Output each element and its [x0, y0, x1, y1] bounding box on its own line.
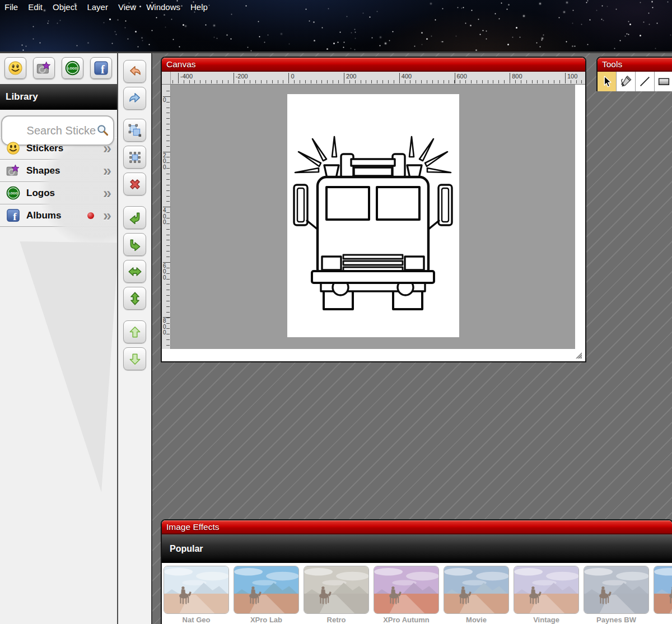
stickers-quick-button[interactable] — [4, 57, 26, 79]
h-ruler-label: 200 — [344, 73, 356, 83]
h-ruler-label: 0 — [288, 73, 294, 83]
facebook-quick-button[interactable]: f — [90, 57, 112, 79]
pencil-icon — [619, 74, 633, 89]
h-ruler-label: 100 — [565, 73, 577, 83]
shapes-icon — [36, 60, 52, 76]
bent-arrow-right-icon — [128, 238, 142, 252]
ungroup-button[interactable] — [123, 146, 146, 169]
effect-thumbnail[interactable] — [584, 566, 649, 614]
effect-item[interactable]: Movie — [444, 566, 509, 624]
chevron-right-icon[interactable]: » — [103, 165, 111, 176]
menu-layer[interactable]: Layer — [87, 2, 108, 12]
canvas-page[interactable] — [287, 94, 459, 337]
sidebar-item-albums[interactable]: f Albums » — [0, 204, 117, 227]
arrow-up-icon — [128, 325, 142, 339]
h-ruler-label: -200 — [234, 73, 248, 83]
rotate-right-button[interactable] — [123, 233, 146, 256]
effect-thumbnail[interactable] — [654, 566, 672, 614]
image-effects-panel: Image Effects Popular — [161, 519, 672, 624]
logos-quick-button[interactable]: LOGO — [62, 57, 83, 79]
svg-text:LOGO: LOGO — [9, 192, 18, 195]
effect-label: Paynes BW — [584, 616, 649, 624]
tools-panel-title[interactable]: Tools — [598, 58, 672, 72]
library-sidebar: LOGO f Library — [0, 52, 117, 624]
effect-item[interactable]: Vintage — [514, 566, 579, 624]
menu-windows[interactable]: Windows — [146, 2, 180, 12]
menu-edit[interactable]: Edit — [28, 2, 43, 12]
effect-preview-image — [514, 566, 578, 613]
effects-strip: Nat Geo — [162, 563, 672, 624]
facebook-icon: f — [6, 208, 21, 223]
sidebar-item-label: Stickers — [26, 143, 63, 154]
chevron-right-icon[interactable]: » — [103, 188, 111, 199]
v-ruler-label: 0 — [163, 96, 170, 104]
pencil-tool[interactable] — [617, 72, 636, 91]
shapes-quick-button[interactable] — [33, 57, 55, 79]
effect-thumbnail[interactable] — [374, 566, 439, 614]
resize-grip-icon[interactable] — [575, 351, 582, 359]
quick-icon-row: LOGO f — [0, 53, 117, 83]
cursor-icon — [600, 74, 614, 89]
search-input[interactable] — [7, 124, 96, 137]
effect-preview-image — [304, 566, 368, 613]
rotate-left-button[interactable] — [123, 206, 146, 229]
redo-button[interactable] — [123, 87, 146, 110]
effect-item[interactable]: XPro Autumn — [374, 566, 439, 624]
image-effects-title[interactable]: Image Effects — [162, 520, 672, 534]
popular-section-header: Popular — [162, 534, 672, 563]
v-ruler-label: 2 0 0 — [163, 152, 170, 171]
search-icon[interactable] — [96, 123, 110, 138]
chevron-right-icon[interactable]: » — [103, 210, 111, 221]
effect-preview-image — [584, 566, 648, 613]
effect-thumbnail[interactable] — [444, 566, 509, 614]
watermark-triangle — [17, 241, 117, 492]
effect-label: Vintage — [514, 616, 579, 624]
starfield-decoration — [0, 0, 1, 1]
group-icon — [128, 123, 142, 138]
move-down-button[interactable] — [123, 347, 146, 370]
flip-vertical-button[interactable] — [123, 287, 146, 310]
svg-text:LOGO: LOGO — [68, 67, 78, 70]
sidebar-item-logos[interactable]: LOGO Logos » — [0, 182, 117, 204]
rectangle-tool[interactable] — [655, 72, 672, 91]
redo-icon — [128, 91, 142, 106]
notification-badge — [87, 212, 94, 219]
effect-item[interactable]: Paynes BW — [584, 566, 649, 624]
sidebar-item-stickers[interactable]: Stickers » — [0, 137, 117, 160]
chevron-right-icon[interactable]: » — [103, 143, 111, 154]
effect-thumbnail[interactable] — [514, 566, 579, 614]
v-ruler-label: 8 0 0 — [163, 317, 170, 336]
group-button[interactable] — [123, 119, 146, 142]
tools-row — [598, 72, 672, 91]
fire-truck-drawing[interactable] — [287, 94, 459, 337]
effect-preview-image — [164, 566, 228, 613]
canvas-panel-title[interactable]: Canvas — [162, 58, 585, 72]
line-tool[interactable] — [636, 72, 655, 91]
effect-item[interactable]: Nat Geo — [164, 566, 229, 624]
logo-icon: LOGO — [6, 185, 21, 201]
menu-object[interactable]: Object — [53, 2, 77, 12]
svg-text:f: f — [13, 211, 17, 222]
ruler-corner — [162, 72, 171, 85]
tools-panel: Tools — [596, 57, 672, 91]
menu-help[interactable]: Help — [190, 2, 208, 12]
effect-thumbnail[interactable] — [234, 566, 299, 614]
sidebar-item-shapes[interactable]: Shapes » — [0, 160, 117, 182]
sidebar-item-label: Shapes — [26, 165, 60, 176]
effect-item[interactable]: XPro Lab — [234, 566, 299, 624]
effect-preview-image — [654, 566, 672, 613]
effect-item[interactable]: Retro — [304, 566, 369, 624]
canvas-workspace[interactable] — [171, 85, 575, 349]
menu-view[interactable]: View — [118, 2, 136, 12]
delete-button[interactable] — [123, 173, 146, 195]
effect-item[interactable] — [654, 566, 672, 624]
flip-vertical-icon — [128, 291, 142, 306]
menu-file[interactable]: File — [4, 2, 18, 12]
undo-button[interactable] — [123, 60, 146, 83]
flip-horizontal-button[interactable] — [123, 260, 146, 283]
effect-thumbnail[interactable] — [164, 566, 229, 614]
move-up-button[interactable] — [123, 320, 146, 343]
smiley-icon — [6, 141, 21, 156]
select-tool[interactable] — [598, 72, 617, 91]
effect-thumbnail[interactable] — [304, 566, 369, 614]
